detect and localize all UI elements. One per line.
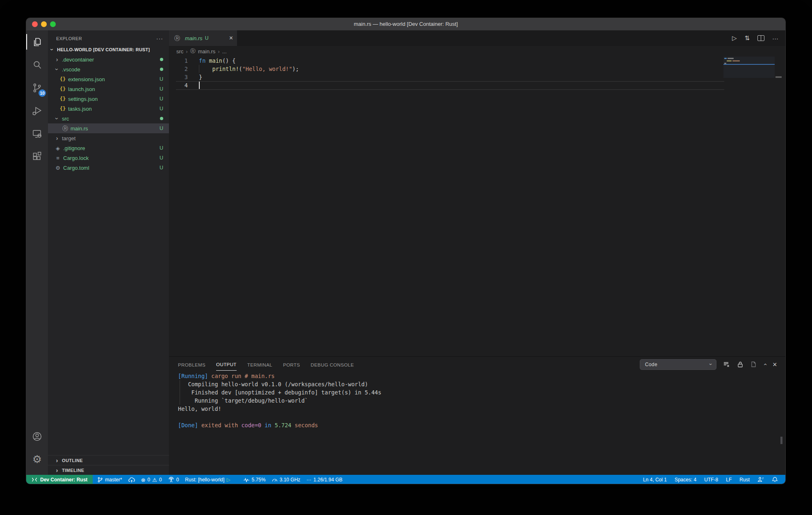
ellipsis-icon: ··· — [306, 477, 311, 483]
split-editor-icon[interactable] — [757, 35, 764, 41]
account-icon[interactable] — [26, 425, 48, 448]
current-line-border — [176, 81, 724, 82]
panel-scrollbar-thumb[interactable] — [780, 437, 782, 444]
sync-changes-button[interactable] — [128, 477, 135, 483]
output-channel-select[interactable]: Code › — [640, 359, 716, 370]
close-panel-icon[interactable]: × — [773, 361, 777, 368]
explorer-icon[interactable] — [26, 30, 48, 53]
close-tab-icon[interactable]: × — [229, 35, 233, 41]
problems-status[interactable]: ⊗ 0 ⚠ 0 — [141, 477, 162, 483]
chevron-right-icon: › — [55, 458, 59, 463]
tree-item-extensions-json[interactable]: {} extensions.json U — [48, 74, 169, 84]
rust-file-icon: Ⓡ — [62, 125, 68, 131]
source-control-icon[interactable]: 10 — [26, 76, 48, 99]
untracked-badge: U — [160, 76, 163, 82]
tab-terminal[interactable]: TERMINAL — [247, 358, 272, 371]
output-line: Finished dev [unoptimized + debuginfo] t… — [178, 388, 785, 397]
open-changes-icon[interactable]: ⇅ — [744, 34, 750, 42]
tab-main-rs[interactable]: Ⓡ main.rs U × — [169, 30, 237, 46]
git-branch-status[interactable]: master* — [97, 477, 122, 483]
tree-item-cargo-lock[interactable]: ≡ Cargo.lock U — [48, 153, 169, 163]
unlock-auto-scroll-icon[interactable] — [737, 361, 744, 367]
open-output-in-editor-icon[interactable] — [750, 361, 757, 367]
cpu-usage-status[interactable]: 5.75% — [243, 477, 266, 483]
encoding-status[interactable]: UTF-8 — [704, 477, 718, 483]
modified-dot-badge — [160, 117, 163, 120]
untracked-badge: U — [160, 145, 163, 151]
tab-debug-console[interactable]: DEBUG CONSOLE — [311, 358, 354, 371]
notifications-bell-icon[interactable] — [772, 476, 778, 483]
tree-item-target[interactable]: › target — [48, 133, 169, 143]
clear-output-icon[interactable] — [723, 362, 730, 367]
search-icon[interactable] — [26, 53, 48, 76]
scm-pending-badge: 10 — [39, 89, 46, 97]
untracked-badge: U — [160, 155, 163, 161]
cursor-position-status[interactable]: Ln 4, Col 1 — [643, 477, 667, 483]
timeline-section[interactable]: › TIMELINE — [48, 465, 169, 475]
tree-item-tasks-json[interactable]: {} tasks.json U — [48, 104, 169, 114]
explorer-more-actions-icon[interactable]: ··· — [156, 35, 163, 42]
remote-indicator[interactable]: Dev Container: Rust — [26, 475, 93, 484]
tree-item-src[interactable]: › src — [48, 114, 169, 123]
overview-ruler-mark — [776, 76, 782, 78]
modified-dot-badge — [160, 68, 163, 71]
cpu-frequency-status[interactable]: 3.10 GHz — [272, 477, 301, 483]
untracked-badge: U — [160, 86, 163, 92]
minimap[interactable] — [723, 57, 775, 106]
minimap-current-line — [723, 64, 775, 65]
tree-item-launch-json[interactable]: {} launch.json U — [48, 84, 169, 94]
editor-more-actions-icon[interactable]: ··· — [772, 35, 778, 42]
breadcrumb[interactable]: src › Ⓡ main.rs › ... — [169, 46, 785, 57]
settings-gear-icon[interactable]: ⚙ — [26, 448, 48, 471]
code-line-2: 2 println!("Hello, world!"); — [169, 65, 785, 73]
cloud-upload-icon — [128, 477, 135, 483]
language-mode-status[interactable]: Rust — [739, 477, 750, 483]
untracked-badge: U — [160, 96, 163, 102]
maximize-panel-icon[interactable]: › — [761, 363, 768, 365]
tree-item-main-rs[interactable]: Ⓡ main.rs U — [48, 123, 169, 133]
tree-item-vscode[interactable]: › .vscode — [48, 64, 169, 74]
memory-usage-status[interactable]: ··· 1.26/1.94 GB — [306, 477, 342, 483]
tree-item-gitignore[interactable]: ◈ .gitignore U — [48, 143, 169, 153]
json-file-icon: {} — [59, 87, 66, 91]
run-debug-icon[interactable] — [26, 99, 48, 122]
json-file-icon: {} — [59, 106, 66, 111]
feedback-icon[interactable] — [757, 476, 764, 483]
tab-output[interactable]: OUTPUT — [216, 358, 237, 371]
tree-item-devcontainer[interactable]: › .devcontainer — [48, 55, 169, 64]
tree-item-cargo-toml[interactable]: ⚙ Cargo.toml U — [48, 163, 169, 173]
json-file-icon: {} — [59, 77, 66, 82]
indentation-status[interactable]: Spaces: 4 — [675, 477, 696, 483]
minimap-slider[interactable] — [723, 57, 775, 78]
code-line-4: 4 — [169, 81, 785, 89]
chevron-right-icon: › — [55, 467, 59, 473]
output-console[interactable]: [Running] cargo run # main.rs Compiling … — [169, 372, 785, 475]
output-line: Running `target/debug/hello-world` — [178, 397, 785, 405]
bottom-panel: PROBLEMS OUTPUT TERMINAL PORTS DEBUG CON… — [169, 356, 785, 475]
chevron-down-icon: › — [54, 116, 60, 121]
untracked-badge: U — [160, 106, 163, 112]
tab-problems[interactable]: PROBLEMS — [178, 358, 205, 371]
remote-explorer-icon[interactable] — [26, 122, 48, 145]
forwarded-ports-status[interactable]: 0 — [168, 477, 179, 483]
workspace-section-header[interactable]: › HELLO-WORLD [DEV CONTAINER: RUST] — [48, 45, 169, 55]
run-file-icon[interactable]: ▷ — [732, 34, 737, 42]
output-line: [Running] cargo run # main.rs — [178, 372, 785, 380]
untracked-badge: U — [160, 165, 163, 171]
breadcrumb-separator: › — [218, 48, 219, 55]
rust-analyzer-status[interactable]: Rust: [hello-world] ▷ — [185, 477, 230, 483]
untracked-badge: U — [160, 125, 163, 131]
outline-section[interactable]: › OUTLINE — [48, 455, 169, 465]
output-line: [Done] exited with code=0 in 5.724 secon… — [178, 421, 785, 429]
toml-file-icon: ⚙ — [55, 165, 61, 171]
error-icon: ⊗ — [141, 477, 146, 483]
code-editor[interactable]: 1 fn main() { 2 println!("Hello, world!"… — [169, 57, 785, 356]
eol-status[interactable]: LF — [726, 477, 732, 483]
tree-item-settings-json[interactable]: {} settings.json U — [48, 94, 169, 104]
code-line-3: 3 } — [169, 73, 785, 81]
text-cursor — [199, 82, 200, 89]
extensions-icon[interactable] — [26, 145, 48, 168]
rust-file-icon: Ⓡ — [190, 48, 196, 55]
tab-ports[interactable]: PORTS — [283, 358, 300, 371]
warning-icon: ⚠ — [152, 477, 157, 483]
